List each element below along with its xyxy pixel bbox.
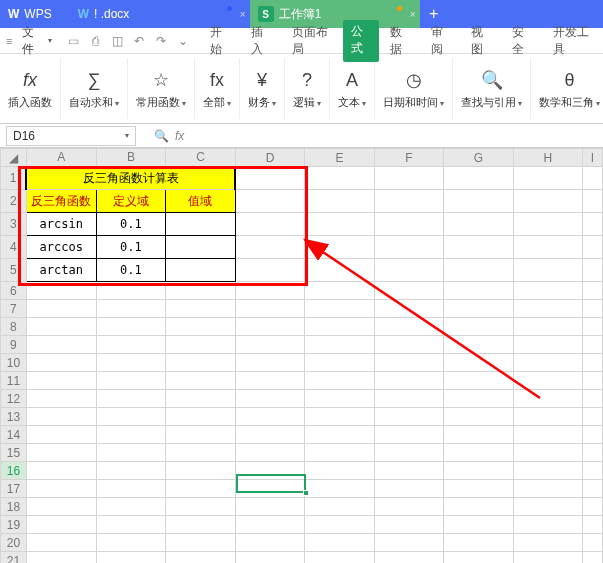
tab-formula[interactable]: 公式	[343, 20, 379, 62]
row-header[interactable]: 4	[1, 236, 27, 259]
sigma-icon: ∑	[88, 67, 101, 93]
cell-D16[interactable]	[235, 462, 304, 480]
row-header[interactable]: 20	[1, 534, 27, 552]
datetime-functions-button[interactable]: ◷ 日期和时间▾	[375, 58, 453, 119]
cell-domain[interactable]: 0.1	[96, 213, 166, 236]
row-header[interactable]: 2	[1, 190, 27, 213]
row-21: 21	[1, 552, 603, 564]
tab-pagelayout[interactable]: 页面布局	[282, 20, 342, 62]
cell-domain[interactable]: 0.1	[96, 259, 166, 282]
undo-icon[interactable]: ↶	[130, 32, 148, 50]
tab-view[interactable]: 视图	[461, 20, 501, 62]
row-header[interactable]: 16	[1, 462, 27, 480]
ribbon-label: 文本▾	[338, 95, 366, 110]
search-icon[interactable]: 🔍	[154, 129, 169, 143]
tab-review[interactable]: 审阅	[421, 20, 461, 62]
close-icon[interactable]: ×	[240, 9, 246, 20]
row-header[interactable]: 8	[1, 318, 27, 336]
col-header[interactable]: C	[166, 149, 236, 167]
col-header[interactable]: B	[96, 149, 166, 167]
row-16: 16	[1, 462, 603, 480]
tab-security[interactable]: 安全	[502, 20, 542, 62]
select-all-corner[interactable]: ◢	[1, 149, 27, 167]
preview-icon[interactable]: ◫	[108, 32, 126, 50]
col-header[interactable]: I	[583, 149, 603, 167]
spreadsheet[interactable]: ◢ A B C D E F G H I 1 反三角函数计算表 2 反三角函数 定…	[0, 148, 603, 563]
insert-function-button[interactable]: fx 插入函数	[0, 58, 61, 119]
cell-range[interactable]	[166, 259, 236, 282]
row-header[interactable]: 3	[1, 213, 27, 236]
ribbon-label: 全部▾	[203, 95, 231, 110]
col-header[interactable]: A	[26, 149, 96, 167]
header-fn[interactable]: 反三角函数	[26, 190, 96, 213]
row-header[interactable]: 11	[1, 372, 27, 390]
col-header[interactable]: H	[513, 149, 582, 167]
row-18: 18	[1, 498, 603, 516]
row-header[interactable]: 15	[1, 444, 27, 462]
row-8: 8	[1, 318, 603, 336]
name-box[interactable]: D16 ▾	[6, 126, 136, 146]
math-functions-button[interactable]: θ 数学和三角▾	[531, 58, 603, 119]
save-icon[interactable]: ▭	[64, 32, 82, 50]
ribbon-label: 自动求和▾	[69, 95, 119, 110]
row-header[interactable]: 17	[1, 480, 27, 498]
col-header[interactable]: F	[374, 149, 443, 167]
cell-domain[interactable]: 0.1	[96, 236, 166, 259]
finance-functions-button[interactable]: ¥ 财务▾	[240, 58, 285, 119]
row-header[interactable]: 5	[1, 259, 27, 282]
row-header[interactable]: 7	[1, 300, 27, 318]
col-header[interactable]: G	[444, 149, 513, 167]
row-2: 2 反三角函数 定义域 值域	[1, 190, 603, 213]
col-header[interactable]: E	[305, 149, 374, 167]
header-domain[interactable]: 定义域	[96, 190, 166, 213]
text-functions-button[interactable]: A 文本▾	[330, 58, 375, 119]
row-header[interactable]: 19	[1, 516, 27, 534]
tab-devtools[interactable]: 开发工具	[543, 20, 603, 62]
row-header[interactable]: 6	[1, 282, 27, 300]
row-6: 6	[1, 282, 603, 300]
row-10: 10	[1, 354, 603, 372]
row-header[interactable]: 1	[1, 167, 27, 190]
tab-label: WPS	[24, 7, 51, 21]
row-header[interactable]: 9	[1, 336, 27, 354]
tab-wps[interactable]: W WPS	[0, 0, 70, 28]
cell-range[interactable]	[166, 213, 236, 236]
print-icon[interactable]: ⎙	[86, 32, 104, 50]
row-header[interactable]: 12	[1, 390, 27, 408]
qat-more-icon[interactable]: ⌄	[174, 32, 192, 50]
menubar: ≡ 文件 ▾ ▭ ⎙ ◫ ↶ ↷ ⌄ 开始 插入 页面布局 公式 数据 审阅 视…	[0, 28, 603, 54]
logic-functions-button[interactable]: ? 逻辑▾	[285, 58, 330, 119]
currency-icon: ¥	[257, 67, 267, 93]
menu-burger-icon[interactable]: ≡	[6, 35, 12, 47]
fx-icon[interactable]: fx	[175, 129, 184, 143]
autosum-button[interactable]: ∑ 自动求和▾	[61, 58, 128, 119]
row-header[interactable]: 21	[1, 552, 27, 564]
all-functions-button[interactable]: fx 全部▾	[195, 58, 240, 119]
row-5: 5 arctan 0.1	[1, 259, 603, 282]
row-header[interactable]: 18	[1, 498, 27, 516]
row-header[interactable]: 10	[1, 354, 27, 372]
ribbon-label: 查找与引用▾	[461, 95, 522, 110]
row-header[interactable]: 13	[1, 408, 27, 426]
cell-range[interactable]	[166, 236, 236, 259]
cell-fn[interactable]: arctan	[26, 259, 96, 282]
clock-icon: ◷	[406, 67, 422, 93]
lookup-functions-button[interactable]: 🔍 查找与引用▾	[453, 58, 531, 119]
common-functions-button[interactable]: ☆ 常用函数▾	[128, 58, 195, 119]
close-icon[interactable]: ×	[410, 9, 416, 20]
fill-handle[interactable]	[303, 490, 309, 496]
cell-fn[interactable]: arccos	[26, 236, 96, 259]
tab-start[interactable]: 开始	[200, 20, 240, 62]
redo-icon[interactable]: ↷	[152, 32, 170, 50]
fx-box-icon: fx	[210, 67, 224, 93]
cell-fn[interactable]: arcsin	[26, 213, 96, 236]
tab-insert[interactable]: 插入	[241, 20, 281, 62]
header-range[interactable]: 值域	[166, 190, 236, 213]
row-11: 11	[1, 372, 603, 390]
tab-data[interactable]: 数据	[380, 20, 420, 62]
column-header-row: ◢ A B C D E F G H I	[1, 149, 603, 167]
table-title[interactable]: 反三角函数计算表	[26, 167, 235, 190]
row-header[interactable]: 14	[1, 426, 27, 444]
active-cell-name: D16	[13, 129, 35, 143]
col-header[interactable]: D	[235, 149, 304, 167]
